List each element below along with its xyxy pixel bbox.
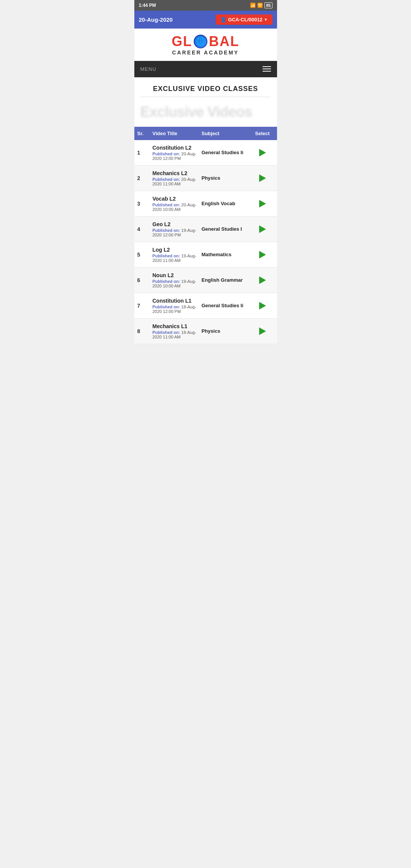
banner-blur-text: Exclusive Videos [140,104,271,120]
logo-global-text: GL🌐BAL [172,34,239,49]
play-button[interactable] [251,225,274,233]
play-triangle-icon [259,174,266,182]
table-row: 1 Constitution L2 Published on: 20-Aug-2… [134,140,277,166]
header-subject: Subject [202,131,251,136]
header-video-title: Video Title [153,131,202,136]
header-sr: Sr. [137,131,153,136]
title-divider [140,97,271,97]
top-bar: 20-Aug-2020 👤 GCA-CL/00012 ▼ [134,11,277,29]
play-button[interactable] [251,149,274,156]
page-title: EXCLUSIVE VIDEO CLASSES [140,85,271,93]
row-number: 5 [137,252,153,258]
video-table-container: Sr. Video Title Subject Select 1 Constit… [134,127,277,344]
play-triangle-icon [259,200,266,207]
play-triangle-icon [259,251,266,258]
published-line: Published on: 19-Aug-2020 12:00 PM [153,228,202,237]
video-title: Mechanics L2 [153,170,202,176]
video-title: Constitution L2 [153,145,202,151]
hamburger-line-1 [263,66,271,67]
subject-name: Physics [202,175,251,181]
subject-name: General Studies Ii [202,303,251,308]
header-select: Select [251,131,274,136]
subject-name: English Grammar [202,277,251,283]
published-label: Published on: [153,254,180,258]
published-label: Published on: [153,330,180,335]
video-title: Mechanics L1 [153,323,202,329]
video-info: Noun L2 Published on: 19-Aug-2020 10:00 … [153,272,202,288]
video-info: Geo L2 Published on: 19-Aug-2020 12:00 P… [153,221,202,237]
video-title: Geo L2 [153,221,202,227]
hamburger-line-3 [263,71,271,72]
published-label: Published on: [153,152,180,156]
video-title: Noun L2 [153,272,202,278]
logo-career-academy-text: CAREER ACADEMY [172,50,239,56]
play-triangle-icon [259,302,266,310]
status-bar: 1:44 PM 📶 🛜 85 [134,0,277,11]
hamburger-line-2 [263,69,271,69]
dropdown-arrow-icon: ▼ [264,18,268,22]
logo-area: GL🌐BAL CAREER ACADEMY [134,29,277,61]
user-id: GCA-CL/00012 [228,17,262,22]
current-date: 20-Aug-2020 [139,16,173,23]
user-icon: 👤 [220,17,226,22]
subject-name: General Studies Ii [202,150,251,155]
table-row: 4 Geo L2 Published on: 19-Aug-2020 12:00… [134,217,277,242]
table-row: 8 Mechanics L1 Published on: 18-Aug-2020… [134,319,277,344]
user-menu-button[interactable]: 👤 GCA-CL/00012 ▼ [216,14,272,25]
play-triangle-icon [259,327,266,335]
play-button[interactable] [251,200,274,207]
table-row: 6 Noun L2 Published on: 19-Aug-2020 10:0… [134,268,277,293]
menu-label: MENU [140,66,156,72]
video-info: Mechanics L1 Published on: 18-Aug-2020 1… [153,323,202,339]
video-info: Vocab L2 Published on: 20-Aug-2020 10:00… [153,196,202,212]
published-label: Published on: [153,228,180,233]
subject-name: Mathematics [202,252,251,257]
published-label: Published on: [153,305,180,309]
status-time: 1:44 PM [139,3,156,8]
video-info: Mechanics L2 Published on: 20-Aug-2020 1… [153,170,202,186]
row-number: 8 [137,328,153,334]
play-button[interactable] [251,276,274,284]
published-line: Published on: 19-Aug-2020 10:00 AM [153,279,202,288]
published-label: Published on: [153,279,180,284]
table-row: 7 Constitution L1 Published on: 18-Aug-2… [134,293,277,319]
play-triangle-icon [259,276,266,284]
video-title: Vocab L2 [153,196,202,202]
play-button[interactable] [251,327,274,335]
table-row: 3 Vocab L2 Published on: 20-Aug-2020 10:… [134,191,277,217]
row-number: 1 [137,150,153,156]
status-icons: 📶 🛜 85 [250,2,272,8]
published-label: Published on: [153,203,180,207]
logo: GL🌐BAL CAREER ACADEMY [172,34,239,56]
page-title-area: EXCLUSIVE VIDEO CLASSES [134,77,277,100]
subject-name: English Vocab [202,201,251,206]
published-line: Published on: 20-Aug-2020 12:00 PM [153,152,202,161]
battery-icon: 85 [264,2,272,8]
play-button[interactable] [251,302,274,310]
subject-name: Physics [202,328,251,334]
row-number: 3 [137,201,153,207]
video-info: Log L2 Published on: 19-Aug-2020 11:00 A… [153,247,202,263]
published-label: Published on: [153,177,180,182]
table-body: 1 Constitution L2 Published on: 20-Aug-2… [134,140,277,344]
video-info: Constitution L2 Published on: 20-Aug-202… [153,145,202,161]
banner-area: Exclusive Videos [134,100,277,127]
play-button[interactable] [251,174,274,182]
video-title: Constitution L1 [153,298,202,304]
subject-name: General Studies I [202,226,251,232]
row-number: 2 [137,175,153,181]
play-triangle-icon [259,149,266,156]
play-button[interactable] [251,251,274,258]
table-row: 2 Mechanics L2 Published on: 20-Aug-2020… [134,166,277,191]
video-title: Log L2 [153,247,202,253]
table-header: Sr. Video Title Subject Select [134,127,277,140]
published-line: Published on: 18-Aug-2020 11:00 AM [153,330,202,339]
video-info: Constitution L1 Published on: 18-Aug-202… [153,298,202,314]
menu-bar: MENU [134,61,277,77]
table-row: 5 Log L2 Published on: 19-Aug-2020 11:00… [134,242,277,268]
play-triangle-icon [259,225,266,233]
published-line: Published on: 19-Aug-2020 11:00 AM [153,254,202,263]
hamburger-menu-button[interactable] [263,66,271,72]
row-number: 6 [137,277,153,283]
row-number: 7 [137,303,153,309]
